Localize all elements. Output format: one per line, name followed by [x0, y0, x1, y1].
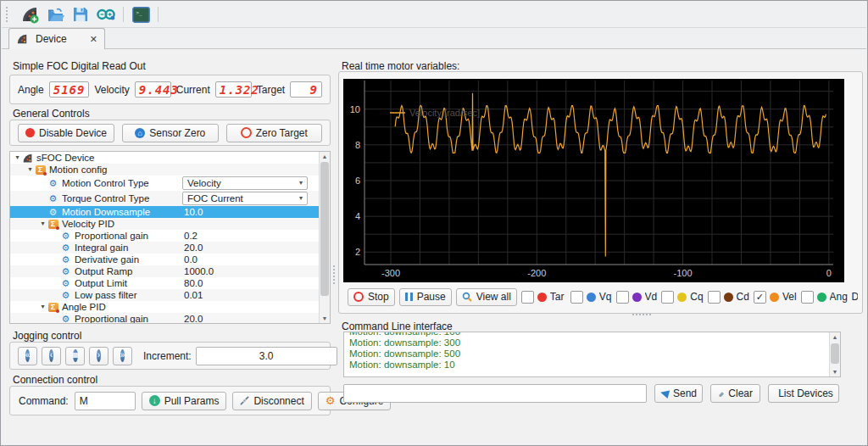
checkbox-cd[interactable]: [708, 291, 721, 304]
open-file-icon[interactable]: [45, 4, 65, 25]
tree-row-motion-downsample[interactable]: ⚙Motion Downsample10.0: [10, 206, 320, 218]
double-chevron-left-icon: «: [25, 349, 31, 362]
send-button[interactable]: Send: [654, 384, 703, 403]
readout-section-title: Simple FOC Digital Read Out: [13, 60, 146, 72]
branch-expand-icon[interactable]: ▾: [13, 152, 22, 164]
tree-row-proportional-gain[interactable]: ⚙Proportional gain0.2: [10, 230, 320, 242]
pull-params-button[interactable]: ↓ Pull Params: [142, 392, 227, 410]
velocity-label: Velocity: [94, 84, 129, 96]
checkbox-vd[interactable]: [616, 291, 629, 304]
trace-color-dot: [817, 293, 826, 302]
cli-log-scrollbar[interactable]: ▲ ▼: [829, 332, 840, 376]
tree-item-value: 1000.0: [184, 265, 214, 277]
x-tick-label: 0: [826, 268, 832, 278]
tree-item-value: 10.0: [184, 206, 203, 218]
tree-row-low-pass-filter[interactable]: ⚙Low pass filter0.01: [10, 289, 320, 301]
scroll-down-icon[interactable]: ▼: [830, 367, 840, 376]
checkbox-vel[interactable]: ✓: [754, 291, 766, 304]
tree-row-output-ramp[interactable]: ⚙Output Ramp1000.0: [10, 265, 320, 277]
branch-expand-icon[interactable]: ▾: [38, 301, 47, 313]
y-tick-label: 4: [355, 211, 360, 221]
tree-row-output-limit[interactable]: ⚙Output Limit80.0: [10, 277, 320, 289]
log-line: Motion: downsample: 100: [349, 332, 835, 337]
view-all-button[interactable]: View all: [456, 288, 517, 306]
gear-icon: ⚙: [60, 266, 71, 277]
tree-row-angle-pid[interactable]: ▾ΣAngle PID: [10, 301, 320, 313]
tree-item-label: Output Ramp: [75, 265, 132, 277]
stop-ring-icon: [353, 292, 364, 302]
zero-target-button[interactable]: Zero Target: [226, 124, 322, 142]
toolbar-drag-handle[interactable]: [6, 7, 12, 22]
send-label: Send: [673, 387, 697, 399]
cli-log[interactable]: Motion: downsample: 100Motion: downsampl…: [343, 332, 841, 377]
checkbox-vq[interactable]: [570, 291, 583, 304]
plot-stop-button[interactable]: Stop: [348, 288, 395, 306]
tree-row-proportional-gain[interactable]: ⚙Proportional gain20.0: [10, 313, 320, 324]
current-display: 1.322: [215, 81, 252, 98]
scroll-up-icon[interactable]: ▲: [320, 152, 330, 161]
tab-close-icon[interactable]: ✕: [90, 34, 97, 45]
cli-log-lines: Motion: downsample: 100Motion: downsampl…: [349, 332, 835, 371]
checkbox-ang[interactable]: [801, 291, 814, 304]
readout-groupbox: Angle 5169 Velocity 9.443 Current 1.322 …: [9, 75, 331, 104]
device-tab-icon: [16, 33, 28, 45]
jog-back-button[interactable]: ‹: [42, 347, 61, 365]
clear-button[interactable]: Clear: [710, 384, 760, 403]
tree-item-label: Proportional gain: [75, 230, 148, 242]
trace-label: Cq: [690, 291, 703, 303]
plot-pause-button[interactable]: Pause: [399, 288, 452, 306]
save-file-icon[interactable]: [70, 4, 91, 25]
checkbox-cq[interactable]: [661, 291, 674, 304]
cli-scrollbar-thumb[interactable]: [831, 343, 839, 364]
jog-fast-back-button[interactable]: «: [18, 347, 37, 365]
sensor-zero-button[interactable]: ⌂ Sensor Zero: [122, 124, 218, 142]
stop-label: Stop: [368, 291, 389, 303]
disable-device-button[interactable]: Disable Device: [18, 124, 114, 142]
list-devices-button[interactable]: List Devices: [768, 384, 839, 403]
combo-motion-control-type[interactable]: Velocity▾: [182, 176, 308, 190]
tree-row-torque-control-type[interactable]: ⚙Torque Control TypeFOC Current▾: [10, 191, 320, 206]
branch-expand-icon[interactable]: ▾: [38, 218, 47, 230]
trace-checkboxes: TarVqVdCqCd✓VelAng: [521, 291, 848, 304]
cli-command-input[interactable]: [343, 384, 647, 403]
disconnect-button[interactable]: Disconnect: [232, 392, 311, 410]
increment-input[interactable]: [196, 347, 337, 365]
tree-row-integral-gain[interactable]: ⚙Integral gain20.0: [10, 242, 320, 254]
terminal-icon[interactable]: >_: [131, 4, 151, 25]
tree-row-motion-control-type[interactable]: ⚙Motion Control TypeVelocity▾: [10, 176, 320, 191]
horizontal-splitter-handle[interactable]: [632, 314, 651, 318]
scroll-up-icon[interactable]: ▲: [830, 332, 840, 342]
tree-row-motion-config[interactable]: ▾ΣMotion config: [10, 164, 320, 176]
download-icon: ↓: [149, 395, 160, 406]
trace-label: Cd: [737, 291, 749, 303]
magnifier-icon: [462, 292, 472, 302]
plot-canvas[interactable]: 246810-300-200-1000Velocity [rad/sec]: [343, 79, 844, 282]
tree-item-value: 80.0: [184, 277, 203, 289]
tree-scrollbar-thumb[interactable]: [320, 162, 329, 296]
tree-item-label: Low pass filter: [75, 289, 137, 301]
gears-icon: ⚙: [326, 395, 336, 406]
command-input[interactable]: [75, 392, 136, 410]
realtime-plot[interactable]: 246810-300-200-1000Velocity [rad/sec]: [343, 79, 844, 282]
tree-row-derivative-gain[interactable]: ⚙Derivative gain0.0: [10, 254, 320, 265]
checkbox-tar[interactable]: [521, 291, 534, 304]
tree-row-velocity-pid[interactable]: ▾ΣVelocity PID: [10, 218, 320, 230]
branch-expand-icon[interactable]: ▾: [25, 164, 35, 176]
combo-torque-control-type[interactable]: FOC Current▾: [182, 192, 308, 205]
tab-device[interactable]: Device ✕: [8, 28, 105, 49]
trace-label: Vq: [599, 291, 612, 303]
trace-toggle-vd: Vd: [616, 291, 658, 304]
pull-params-label: Pull Params: [164, 395, 220, 407]
tree-item-label: Motion Control Type: [62, 176, 149, 191]
scroll-down-icon[interactable]: ▼: [320, 314, 330, 323]
vertical-splitter-handle[interactable]: [333, 265, 337, 284]
general-groupbox: Disable Device ⌂ Sensor Zero Zero Target: [9, 120, 331, 146]
jog-stop-button[interactable]: [65, 347, 85, 365]
device-connect-icon[interactable]: [19, 4, 40, 25]
jog-forward-button[interactable]: ›: [89, 347, 108, 365]
arduino-icon[interactable]: [96, 4, 116, 25]
tree-row-sfoc-device[interactable]: ▾sFOC Device: [10, 152, 320, 164]
tree-scrollbar[interactable]: ▲ ▼: [319, 152, 330, 323]
jog-fast-forward-button[interactable]: »: [113, 347, 132, 365]
trace-color-dot: [537, 293, 547, 302]
